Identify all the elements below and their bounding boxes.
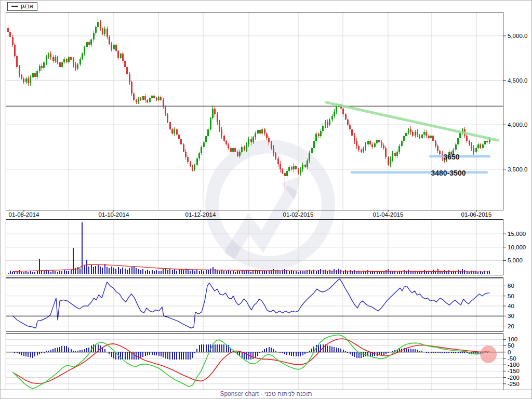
macd-crossover-highlight [480, 345, 497, 363]
price-annotations: 36503480-3500 [326, 102, 498, 177]
y-axis-tick-label: 15,000 [508, 231, 526, 237]
stock-chart-canvas: 36503480-35005,000.04,500.04,000.03,500.… [1, 1, 532, 399]
panel-borders [6, 12, 503, 390]
y-axis-tick-label: 0 [508, 349, 511, 355]
macd-panel [6, 335, 503, 389]
y-axis-tick-label: 4,500.0 [508, 77, 527, 84]
chart-application-window: אבוגן 36503480-35005,000.04,500.04,000.0… [0, 0, 532, 399]
y-axis-tick-label: 4,000.0 [508, 122, 527, 128]
date-axis-label: 01-06-2015 [461, 211, 492, 218]
y-axis-tick-label: 3,500.0 [508, 166, 527, 172]
date-axis-label: 01-04-2015 [373, 211, 404, 218]
y-axis-tick-label: 60 [508, 283, 514, 289]
y-axis-tick-label: 5,000.0 [508, 33, 527, 39]
date-axis-label: 01-12-2014 [185, 211, 216, 218]
watermark-logo [212, 147, 328, 263]
y-axis-tick-label: 50 [508, 342, 514, 349]
y-axis-tick-label: -100 [508, 362, 520, 368]
gridlines [6, 12, 503, 390]
y-axis-tick-label: 50 [508, 293, 514, 299]
rsi-panel [6, 279, 503, 328]
y-axis-tick-label: -50 [508, 355, 516, 362]
date-axis-label: 01-10-2014 [99, 211, 129, 218]
footer-text: Sponser chart - תוכנה לניתוח טכני [220, 390, 312, 397]
y-axis-tick-label: 20 [508, 323, 514, 329]
y-axis-tick-label: 5,000 [508, 257, 523, 263]
footer-branding: Sponser chart - תוכנה לניתוח טכני [1, 390, 531, 398]
y-axis-tick-label: 40 [508, 303, 514, 309]
y-axis-tick-label: -250 [508, 381, 520, 387]
series-line-icon [11, 6, 18, 7]
y-axis-tick-label: -150 [508, 368, 520, 374]
y-axis-tick-label: 30 [508, 313, 514, 319]
y-axis-tick-label: 100 [508, 336, 517, 342]
support-line-label: 3650 [443, 153, 459, 161]
series-legend-label: אבוגן [21, 3, 33, 9]
y-axis-tick-label: 10,000 [508, 244, 526, 250]
series-legend[interactable]: אבוגן [7, 2, 37, 11]
support-line-label: 3480-3500 [431, 169, 466, 177]
date-axis-label: 01-08-2014 [9, 211, 39, 218]
y-axis-tick-label: -200 [508, 375, 520, 381]
date-axis-label: 01-02-2015 [283, 211, 314, 218]
